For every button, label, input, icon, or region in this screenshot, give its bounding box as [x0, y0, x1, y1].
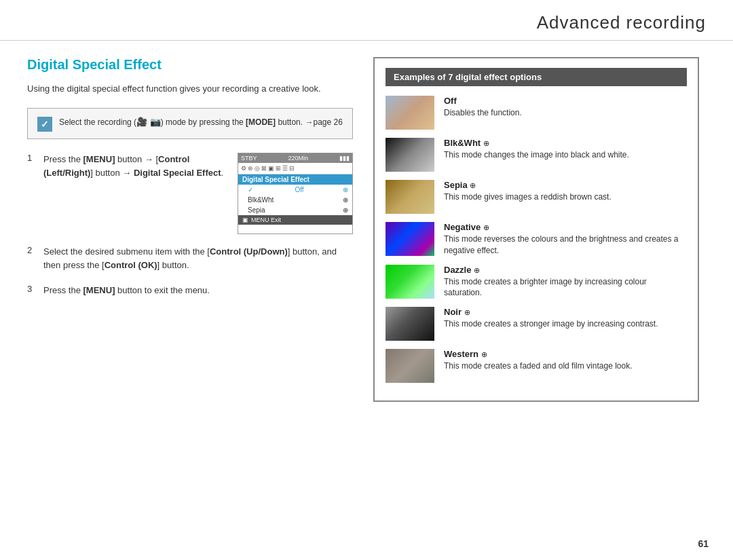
effect-off: Off Disables the function. [386, 96, 687, 130]
effect-desc-dazzle: This mode creates a brighter image by in… [444, 276, 687, 299]
page-header: Advanced recording [0, 0, 733, 41]
note-box: ✓ Select the recording (🎥 📷) mode by pre… [27, 108, 353, 139]
examples-box: Examples of 7 digital effect options Off… [373, 57, 699, 402]
effect-info-sepia: Sepia ⊕ This mode gives images a reddish… [444, 180, 687, 203]
note-text: Select the recording (🎥 📷) mode by press… [59, 115, 343, 129]
effect-title-negative: Negative ⊕ [444, 222, 687, 232]
step-1-number: 1 [27, 153, 37, 163]
cam-menu-item-off: Off ⊕ [238, 185, 352, 195]
cam-menu-header: Digital Special Effect [238, 174, 352, 185]
effect-dazzle: Dazzle ⊕ This mode creates a brighter im… [386, 265, 687, 299]
effect-thumb-negative [386, 222, 434, 256]
effect-thumb-sepia [386, 180, 434, 214]
steps-list: 1 Press the [MENU] button → [Control (Le… [27, 153, 353, 298]
step-3: 3 Press the [MENU] button to exit the me… [27, 284, 353, 298]
step-2-number: 2 [27, 245, 37, 255]
step-1: 1 Press the [MENU] button → [Control (Le… [27, 153, 353, 234]
right-column: Examples of 7 digital effect options Off… [373, 57, 699, 543]
effect-title-noir: Noir ⊕ [444, 307, 687, 317]
step-2-text: Select the desired submenu item with the… [43, 245, 353, 274]
step-3-number: 3 [27, 284, 37, 294]
page-number: 61 [698, 538, 709, 549]
page-title: Advanced recording [27, 12, 706, 33]
cam-icon-row: ⚙ ⊛ ◎ ⊠ ▣ ⊞ ☰ ⊟ [238, 163, 352, 174]
cam-top-bar: STBY 220Min ▮▮▮ [238, 153, 352, 163]
cam-menu-item-bw: Blk&Wht ⊕ [238, 195, 352, 205]
effect-info-off: Off Disables the function. [444, 96, 687, 119]
cam-stby: STBY [241, 155, 257, 162]
effect-desc-bw: This mode changes the image into black a… [444, 149, 687, 161]
cam-bottom-bar: ▣ MENU Exit [238, 215, 352, 225]
effect-title-off: Off [444, 96, 687, 106]
effect-info-western: Western ⊕ This mode creates a faded and … [444, 349, 687, 372]
note-icon: ✓ [37, 117, 52, 132]
effect-thumb-off [386, 96, 434, 130]
content-area: Digital Special Effect Using the digital… [0, 41, 733, 557]
effect-title-sepia: Sepia ⊕ [444, 180, 687, 190]
effect-desc-noir: This mode creates a stronger image by in… [444, 318, 687, 330]
effect-info-negative: Negative ⊕ This mode reverses the colour… [444, 222, 687, 257]
effect-thumb-bw [386, 138, 434, 172]
cam-exit-label: MENU Exit [251, 217, 281, 223]
effect-thumb-noir [386, 307, 434, 341]
effect-info-dazzle: Dazzle ⊕ This mode creates a brighter im… [444, 265, 687, 299]
intro-text: Using the digital special effect functio… [27, 82, 353, 96]
examples-header: Examples of 7 digital effect options [386, 68, 687, 86]
effect-thumb-dazzle [386, 265, 434, 299]
effect-western: Western ⊕ This mode creates a faded and … [386, 349, 687, 383]
effect-sepia: Sepia ⊕ This mode gives images a reddish… [386, 180, 687, 214]
cam-menu-item-sepia: Sepia ⊕ [238, 205, 352, 215]
effect-desc-negative: This mode reverses the colours and the b… [444, 234, 687, 257]
step-1-content: Press the [MENU] button → [Control (Left… [43, 153, 353, 234]
effect-title-dazzle: Dazzle ⊕ [444, 265, 687, 275]
cam-time: 220Min [288, 155, 308, 162]
step-2: 2 Select the desired submenu item with t… [27, 245, 353, 274]
step-3-text: Press the [MENU] button to exit the menu… [43, 284, 353, 298]
effect-thumb-western [386, 349, 434, 383]
effect-desc-off: Disables the function. [444, 107, 687, 119]
effect-desc-sepia: This mode gives images a reddish brown c… [444, 191, 687, 203]
effect-negative: Negative ⊕ This mode reverses the colour… [386, 222, 687, 257]
step-1-text: Press the [MENU] button → [Control (Left… [43, 153, 228, 181]
camera-screen-mockup: STBY 220Min ▮▮▮ ⚙ ⊛ ◎ ⊠ ▣ ⊞ ☰ ⊟ [238, 153, 353, 234]
effect-desc-western: This mode creates a faded and old film v… [444, 360, 687, 372]
effect-noir: Noir ⊕ This mode creates a stronger imag… [386, 307, 687, 341]
effect-title-bw: Blk&Wht ⊕ [444, 138, 687, 148]
effect-title-western: Western ⊕ [444, 349, 687, 359]
left-column: Digital Special Effect Using the digital… [27, 57, 353, 543]
effect-info-bw: Blk&Wht ⊕ This mode changes the image in… [444, 138, 687, 161]
effect-bw: Blk&Wht ⊕ This mode changes the image in… [386, 138, 687, 172]
section-title: Digital Special Effect [27, 57, 353, 73]
effect-info-noir: Noir ⊕ This mode creates a stronger imag… [444, 307, 687, 330]
